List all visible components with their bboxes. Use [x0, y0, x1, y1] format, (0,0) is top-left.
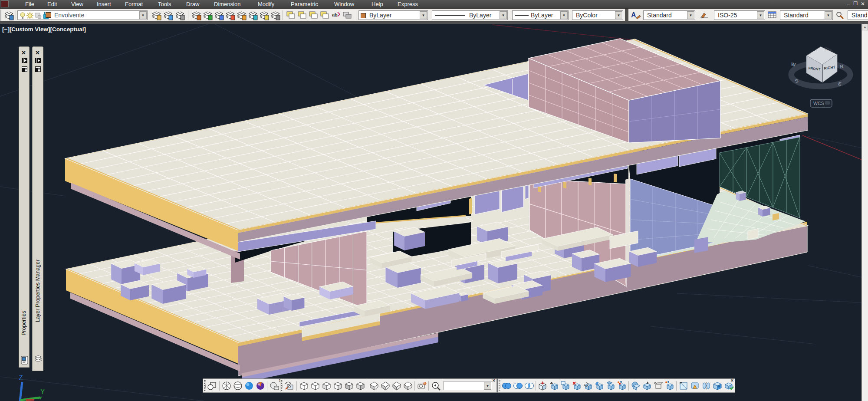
- svg-text:Z: Z: [19, 374, 23, 381]
- svg-text:A: A: [631, 11, 636, 19]
- svg-text:Y: Y: [40, 388, 45, 395]
- svg-text:ab: ab: [332, 12, 338, 17]
- svg-text:WCS: WCS: [813, 101, 824, 106]
